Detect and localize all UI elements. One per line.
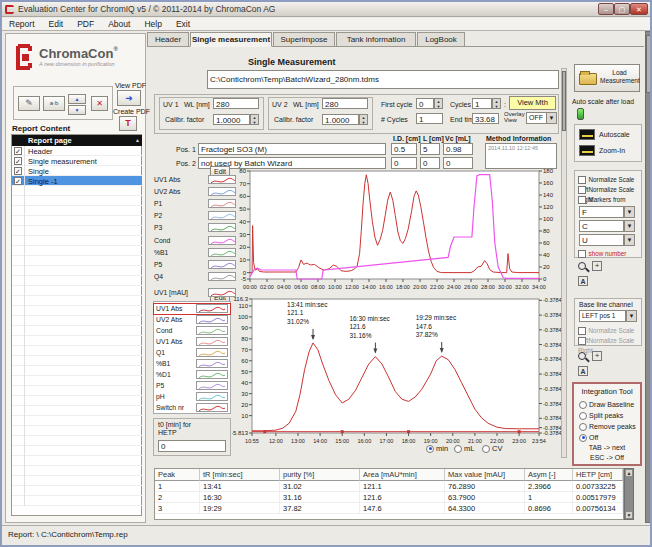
chart2-legend-swatch[interactable]: [196, 359, 228, 368]
chart1-legend-swatch[interactable]: [208, 236, 236, 245]
view-pdf-button[interactable]: ➜: [117, 90, 141, 106]
create-pdf-button[interactable]: T: [119, 116, 137, 131]
chart1-legend-swatch[interactable]: [208, 248, 236, 257]
uv1-calibr-field[interactable]: 1.0000: [213, 114, 250, 125]
x-unit-radio-min[interactable]: min: [426, 443, 448, 453]
magnifier2-icon[interactable]: [578, 352, 586, 360]
row-checkbox[interactable]: ✓: [14, 167, 22, 175]
integration-radio-draw-baseline[interactable]: Draw Baseline: [579, 399, 634, 409]
row-checkbox[interactable]: ✓: [14, 177, 22, 185]
peaks-table[interactable]: PeaktR [min:sec]purity [%]Area [mAU*min]…: [154, 468, 624, 520]
chart1-legend-swatch[interactable]: [208, 260, 236, 269]
integration-radio-off[interactable]: Off: [579, 432, 598, 442]
peaks-table-scrollbar[interactable]: ▲ ▼: [624, 468, 634, 520]
pan-a-icon[interactable]: A: [578, 366, 588, 376]
ab-compare-icon[interactable]: a·b: [43, 96, 65, 111]
x-unit-radio-CV[interactable]: CV: [482, 443, 502, 453]
chart1-legend-swatch[interactable]: [208, 175, 236, 184]
maximize-button[interactable]: ▢: [614, 3, 630, 15]
uv1-wl-field[interactable]: 280: [213, 98, 259, 109]
chart1-legend-swatch[interactable]: [208, 288, 236, 297]
report-row-single-measurement[interactable]: ✓Single measurement: [12, 156, 142, 166]
move-up-icon[interactable]: ▲: [68, 94, 86, 104]
chart2-legend-row[interactable]: pH: [154, 392, 230, 402]
marker-1-dropdown-icon[interactable]: ▼: [624, 206, 635, 218]
markers-from-checkbox[interactable]: Markers from: [578, 194, 626, 204]
t0-field[interactable]: 0: [158, 440, 226, 452]
uv2-wl-field[interactable]: 280: [322, 98, 368, 109]
load-measurement-button[interactable]: Load Measurement: [574, 64, 640, 92]
marker-channel-2-select[interactable]: C: [579, 220, 624, 232]
file-path-field[interactable]: C:\Contichrom\Temp\BatchWizard_280nm.tdm…: [207, 70, 559, 89]
chart2-legend-swatch[interactable]: [196, 403, 228, 412]
menu-item-exit[interactable]: Exit: [169, 18, 197, 30]
chart2-legend-row[interactable]: %D1: [154, 370, 230, 380]
marker-3-dropdown-icon[interactable]: ▼: [624, 234, 635, 246]
chart2-legend-swatch[interactable]: [196, 392, 228, 401]
edit-pencil-icon[interactable]: ✎: [18, 96, 40, 111]
menu-item-pdf[interactable]: PDF: [70, 18, 101, 30]
overlay-dropdown-arrow-icon[interactable]: ▼: [546, 112, 557, 124]
cycles-spinner[interactable]: ▲▼: [492, 98, 501, 109]
close-button[interactable]: ✕: [630, 3, 648, 15]
uv1-calibr-spinner[interactable]: ▲▼: [250, 114, 259, 125]
chart2-legend-swatch[interactable]: [196, 348, 228, 357]
scroll-up-icon[interactable]: ▲: [626, 470, 632, 476]
pos1-id-field[interactable]: 0.5: [391, 143, 417, 155]
tab-logbook[interactable]: LogBook: [417, 32, 465, 47]
zoom-in-button[interactable]: Zoom-In: [599, 147, 625, 154]
chart2-legend-row[interactable]: Q1: [154, 348, 230, 358]
pos1-l-field[interactable]: 5: [420, 143, 440, 155]
menu-item-edit[interactable]: Edit: [42, 18, 71, 30]
pos1-name-field[interactable]: Fractogel SO3 (M): [198, 143, 386, 155]
magnifier-icon[interactable]: [578, 262, 586, 270]
view-mth-button[interactable]: View Mth: [509, 96, 556, 110]
scroll-down-icon[interactable]: ▼: [626, 512, 632, 518]
integration-radio-split-peaks[interactable]: Split peaks: [579, 410, 623, 420]
autoscale-button[interactable]: Autoscale: [599, 131, 630, 138]
overlay-view-select[interactable]: OFF: [526, 112, 547, 124]
chart1-legend-swatch[interactable]: [208, 187, 236, 196]
uv2-calibr-spinner[interactable]: ▲▼: [359, 114, 368, 125]
marker-2-dropdown-icon[interactable]: ▼: [624, 220, 635, 232]
chart1[interactable]: 80706050403020100-5180160140120100806040…: [232, 166, 566, 293]
chart2-legend-swatch[interactable]: [196, 370, 228, 379]
chart2-legend-swatch[interactable]: [196, 315, 228, 324]
chart2-legend-row[interactable]: UV2 Abs: [154, 315, 230, 325]
chart2-legend-row[interactable]: Switch nr: [154, 403, 230, 413]
baseline-channel-select[interactable]: LEFT pos 1: [579, 310, 626, 322]
row-checkbox[interactable]: ✓: [14, 147, 22, 155]
first-cycle-field[interactable]: 0: [416, 98, 434, 109]
chart2-legend-row[interactable]: Cond: [154, 326, 230, 336]
report-content-table[interactable]: Report page▲✓Header✓Single measurement✓S…: [11, 134, 142, 516]
menu-item-about[interactable]: About: [101, 18, 137, 30]
first-cycle-spinner[interactable]: ▲▼: [434, 98, 443, 109]
show-number-checkbox[interactable]: show number: [578, 248, 626, 258]
cycles-field[interactable]: 1: [472, 98, 492, 109]
title-bar[interactable]: Evaluation Center for ChromIQ v5 / © 201…: [2, 2, 650, 17]
tab-header[interactable]: Header: [147, 32, 189, 47]
chart2-legend-swatch[interactable]: [196, 326, 228, 335]
marker-channel-3-select[interactable]: U: [579, 234, 624, 246]
end-time-field[interactable]: 33.68: [472, 113, 499, 124]
window-scrollbar[interactable]: [645, 31, 652, 523]
tab-tank-information[interactable]: Tank information: [336, 32, 416, 47]
chart1-legend-swatch[interactable]: [208, 211, 236, 220]
led-indicator[interactable]: [577, 108, 584, 120]
marker-channel-1-select[interactable]: F: [579, 206, 624, 218]
content-scrollbar[interactable]: [561, 68, 567, 458]
menu-item-help[interactable]: Help: [137, 18, 168, 30]
chart2-legend-row[interactable]: UV1 Abs: [154, 304, 230, 314]
tab-single-measurement[interactable]: Single measurement: [190, 32, 272, 47]
report-table-scroll-up-icon[interactable]: ▲: [133, 135, 142, 146]
zoom-plus2-icon[interactable]: +: [592, 351, 602, 361]
chart1-legend-swatch[interactable]: [208, 199, 236, 208]
integration-radio-remove-peaks[interactable]: Remove peaks: [579, 421, 636, 431]
move-down-icon[interactable]: ▼: [68, 105, 86, 115]
pos1-vc-field[interactable]: 0.98: [443, 143, 473, 155]
report-row-header[interactable]: ✓Header: [12, 146, 142, 156]
chart1-legend-swatch[interactable]: [208, 272, 236, 281]
tab-superimpose[interactable]: Superimpose: [273, 32, 335, 47]
row-checkbox[interactable]: ✓: [14, 157, 22, 165]
baseline-dropdown-icon[interactable]: ▼: [626, 310, 637, 322]
